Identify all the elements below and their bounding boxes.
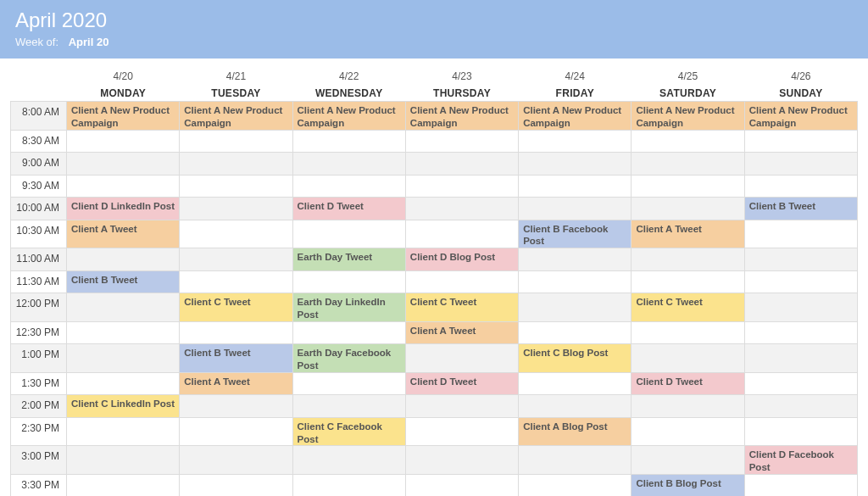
empty-cell[interactable] <box>519 175 632 198</box>
empty-cell[interactable] <box>180 130 292 153</box>
event-cell[interactable]: Client C Tweet <box>632 293 744 322</box>
empty-cell[interactable] <box>632 417 744 446</box>
event-cell[interactable]: Client A New Product Campaign <box>632 102 744 131</box>
empty-cell[interactable] <box>292 395 405 418</box>
empty-cell[interactable] <box>744 153 857 176</box>
empty-cell[interactable] <box>405 153 518 176</box>
empty-cell[interactable] <box>632 321 744 344</box>
empty-cell[interactable] <box>67 475 180 496</box>
empty-cell[interactable] <box>67 175 180 198</box>
empty-cell[interactable] <box>632 395 744 418</box>
empty-cell[interactable] <box>632 175 744 198</box>
event-cell[interactable]: Client B Blog Post <box>632 475 744 496</box>
empty-cell[interactable] <box>67 248 180 271</box>
event-cell[interactable]: Client D Tweet <box>405 372 518 395</box>
event-cell[interactable]: Client D Tweet <box>292 198 405 220</box>
empty-cell[interactable] <box>180 198 292 220</box>
empty-cell[interactable] <box>67 417 180 446</box>
event-cell[interactable]: Client A Tweet <box>632 220 744 248</box>
empty-cell[interactable] <box>632 153 744 176</box>
empty-cell[interactable] <box>67 153 180 176</box>
event-cell[interactable]: Client A New Product Campaign <box>180 102 292 131</box>
empty-cell[interactable] <box>292 130 405 153</box>
empty-cell[interactable] <box>632 344 744 373</box>
empty-cell[interactable] <box>405 220 518 248</box>
event-cell[interactable]: Client B Tweet <box>180 344 292 373</box>
empty-cell[interactable] <box>405 475 518 496</box>
empty-cell[interactable] <box>67 372 180 395</box>
empty-cell[interactable] <box>744 220 857 248</box>
empty-cell[interactable] <box>519 130 632 153</box>
empty-cell[interactable] <box>292 372 405 395</box>
empty-cell[interactable] <box>744 417 857 446</box>
event-cell[interactable]: Client A New Product Campaign <box>67 102 180 131</box>
event-cell[interactable]: Client C Tweet <box>180 293 292 322</box>
empty-cell[interactable] <box>744 293 857 322</box>
event-cell[interactable]: Earth Day Facebook Post <box>292 344 405 373</box>
empty-cell[interactable] <box>744 475 857 496</box>
empty-cell[interactable] <box>180 417 292 446</box>
event-cell[interactable]: Client A Tweet <box>67 220 180 248</box>
event-cell[interactable]: Client A Tweet <box>180 372 292 395</box>
event-cell[interactable]: Client B Facebook Post <box>519 220 632 248</box>
empty-cell[interactable] <box>519 321 632 344</box>
empty-cell[interactable] <box>519 198 632 220</box>
empty-cell[interactable] <box>180 153 292 176</box>
empty-cell[interactable] <box>180 175 292 198</box>
event-cell[interactable]: Client C LinkedIn Post <box>67 395 180 418</box>
empty-cell[interactable] <box>180 248 292 271</box>
empty-cell[interactable] <box>632 446 744 475</box>
empty-cell[interactable] <box>632 248 744 271</box>
event-cell[interactable]: Client A Tweet <box>405 321 518 344</box>
empty-cell[interactable] <box>519 248 632 271</box>
empty-cell[interactable] <box>180 395 292 418</box>
empty-cell[interactable] <box>405 198 518 220</box>
empty-cell[interactable] <box>744 372 857 395</box>
event-cell[interactable]: Client A New Product Campaign <box>744 102 857 131</box>
empty-cell[interactable] <box>519 395 632 418</box>
empty-cell[interactable] <box>744 395 857 418</box>
empty-cell[interactable] <box>67 446 180 475</box>
empty-cell[interactable] <box>67 293 180 322</box>
empty-cell[interactable] <box>292 321 405 344</box>
empty-cell[interactable] <box>519 270 632 293</box>
empty-cell[interactable] <box>744 130 857 153</box>
empty-cell[interactable] <box>744 248 857 271</box>
empty-cell[interactable] <box>180 270 292 293</box>
empty-cell[interactable] <box>405 417 518 446</box>
event-cell[interactable]: Client A New Product Campaign <box>519 102 632 131</box>
empty-cell[interactable] <box>632 270 744 293</box>
empty-cell[interactable] <box>519 293 632 322</box>
event-cell[interactable]: Client C Facebook Post <box>292 417 405 446</box>
empty-cell[interactable] <box>292 153 405 176</box>
empty-cell[interactable] <box>405 446 518 475</box>
empty-cell[interactable] <box>405 130 518 153</box>
event-cell[interactable]: Client D Facebook Post <box>744 446 857 475</box>
empty-cell[interactable] <box>405 175 518 198</box>
event-cell[interactable]: Client B Tweet <box>744 198 857 220</box>
empty-cell[interactable] <box>180 446 292 475</box>
empty-cell[interactable] <box>632 198 744 220</box>
empty-cell[interactable] <box>67 321 180 344</box>
event-cell[interactable]: Client C Blog Post <box>519 344 632 373</box>
event-cell[interactable]: Client D LinkedIn Post <box>67 198 180 220</box>
empty-cell[interactable] <box>519 446 632 475</box>
empty-cell[interactable] <box>744 344 857 373</box>
empty-cell[interactable] <box>180 220 292 248</box>
empty-cell[interactable] <box>744 175 857 198</box>
empty-cell[interactable] <box>180 321 292 344</box>
event-cell[interactable]: Client A New Product Campaign <box>405 102 518 131</box>
event-cell[interactable]: Client C Tweet <box>405 293 518 322</box>
empty-cell[interactable] <box>67 344 180 373</box>
empty-cell[interactable] <box>519 475 632 496</box>
event-cell[interactable]: Client A New Product Campaign <box>292 102 405 131</box>
empty-cell[interactable] <box>292 175 405 198</box>
empty-cell[interactable] <box>519 153 632 176</box>
event-cell[interactable]: Client A Blog Post <box>519 417 632 446</box>
empty-cell[interactable] <box>405 270 518 293</box>
event-cell[interactable]: Client D Tweet <box>632 372 744 395</box>
event-cell[interactable]: Client B Tweet <box>67 270 180 293</box>
empty-cell[interactable] <box>292 446 405 475</box>
empty-cell[interactable] <box>292 220 405 248</box>
event-cell[interactable]: Client D Blog Post <box>405 248 518 271</box>
